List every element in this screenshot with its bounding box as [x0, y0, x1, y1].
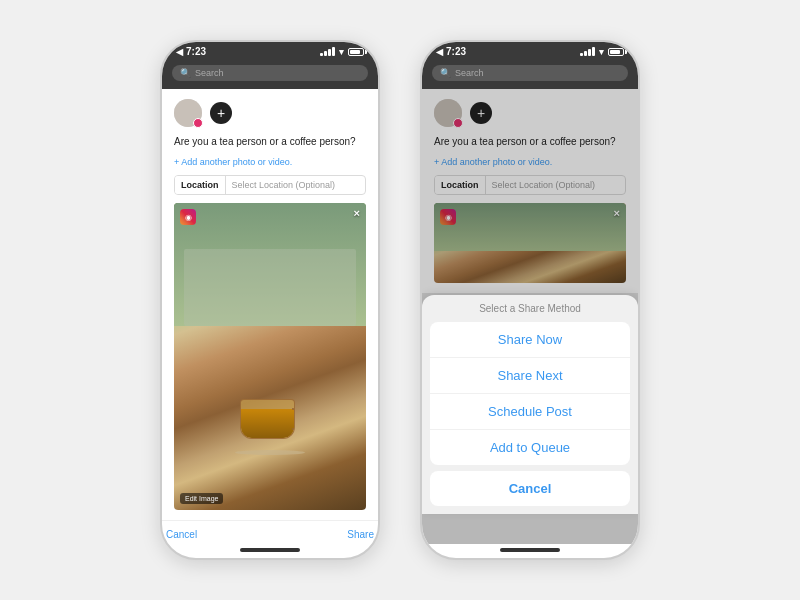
right-phone: ◀ 7:23 ▾ 🔍 Search: [420, 40, 640, 560]
edit-image-button[interactable]: Edit Image: [180, 493, 223, 504]
share-button-left[interactable]: Share: [347, 529, 374, 540]
content-left: + Are you a tea person or a coffee perso…: [162, 89, 378, 520]
location-input-left[interactable]: Select Location (Optional): [226, 176, 342, 194]
home-indicator-right: [422, 544, 638, 558]
caption-left: Are you a tea person or a coffee person?: [174, 135, 366, 149]
add-to-queue-option[interactable]: Add to Queue: [430, 430, 630, 465]
add-photo-left[interactable]: + Add another photo or video.: [174, 157, 366, 167]
avatar-dot: [193, 118, 203, 128]
search-icon-right: 🔍: [440, 68, 451, 78]
share-overlay: Select a Share Method Share Now Share Ne…: [422, 295, 638, 514]
share-overlay-title: Select a Share Method: [422, 295, 638, 322]
battery-icon: [348, 48, 364, 56]
avatar-row-right: +: [434, 99, 626, 127]
search-bar-left[interactable]: 🔍 Search: [162, 61, 378, 89]
search-bar-right[interactable]: 🔍 Search: [422, 61, 638, 89]
share-next-option[interactable]: Share Next: [430, 358, 630, 394]
instagram-icon-left: ◉: [180, 209, 196, 225]
image-preview-right: ◉ ×: [434, 203, 626, 283]
wifi-icon-right: ▾: [599, 47, 604, 57]
avatar-dot-right: [453, 118, 463, 128]
time-right: 7:23: [446, 46, 466, 57]
content-right: + Are you a tea person or a coffee perso…: [422, 89, 638, 544]
share-now-option[interactable]: Share Now: [430, 322, 630, 358]
avatar: [174, 99, 202, 127]
share-cancel-button[interactable]: Cancel: [430, 471, 630, 506]
instagram-icon-right: ◉: [440, 209, 456, 225]
battery-icon-right: [608, 48, 624, 56]
back-indicator-left: ◀: [176, 47, 183, 57]
signal-icon-right: [580, 47, 595, 56]
wifi-icon: ▾: [339, 47, 344, 57]
close-icon-right[interactable]: ×: [614, 207, 620, 219]
add-photo-right[interactable]: + Add another photo or video.: [434, 157, 626, 167]
location-tag-right: Location: [435, 176, 486, 194]
location-bar-left[interactable]: Location Select Location (Optional): [174, 175, 366, 195]
location-bar-right[interactable]: Location Select Location (Optional): [434, 175, 626, 195]
add-button-right[interactable]: +: [470, 102, 492, 124]
status-bar-left: ◀ 7:23 ▾: [162, 42, 378, 61]
status-bar-right: ◀ 7:23 ▾: [422, 42, 638, 61]
location-input-right[interactable]: Select Location (Optional): [486, 176, 602, 194]
caption-right: Are you a tea person or a coffee person?: [434, 135, 626, 149]
image-container-left: ◉ × Edit Image: [174, 203, 366, 510]
add-button[interactable]: +: [210, 102, 232, 124]
back-indicator-right: ◀: [436, 47, 443, 57]
share-options-list: Share Now Share Next Schedule Post Add t…: [430, 322, 630, 465]
left-phone: ◀ 7:23 ▾ 🔍 Search: [160, 40, 380, 560]
tea-image: [174, 203, 366, 510]
search-label-left: Search: [195, 68, 224, 78]
avatar-right: [434, 99, 462, 127]
content-inner-right: + Are you a tea person or a coffee perso…: [422, 89, 638, 293]
signal-icon: [320, 47, 335, 56]
bottom-actions-left: Cancel Share: [162, 520, 378, 544]
close-icon-left[interactable]: ×: [354, 207, 360, 219]
cancel-button-left[interactable]: Cancel: [166, 529, 197, 540]
search-label-right: Search: [455, 68, 484, 78]
time-left: 7:23: [186, 46, 206, 57]
location-tag-left: Location: [175, 176, 226, 194]
avatar-row: +: [174, 99, 366, 127]
schedule-post-option[interactable]: Schedule Post: [430, 394, 630, 430]
tea-cup: [240, 399, 300, 449]
home-indicator-left: [162, 544, 378, 558]
search-icon-left: 🔍: [180, 68, 191, 78]
